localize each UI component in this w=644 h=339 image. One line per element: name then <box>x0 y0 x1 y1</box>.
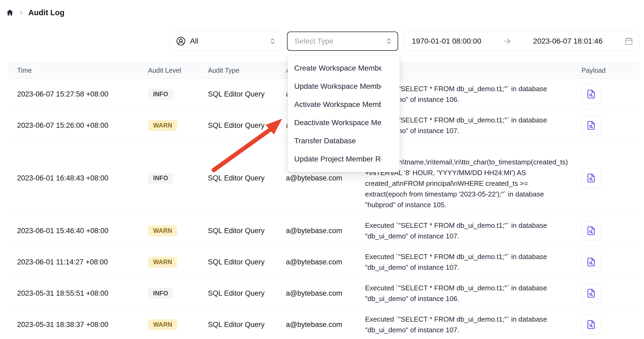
audit-level-badge: WARN <box>148 120 177 131</box>
type-menu-item[interactable]: Deactivate Workspace Member <box>288 114 381 132</box>
row-actor: a@bytebase.com <box>274 289 354 298</box>
payload-button[interactable] <box>581 221 601 240</box>
page-title: Audit Log <box>28 8 64 17</box>
row-time: 2023-06-01 16:48:43 +08:00 <box>8 174 136 182</box>
user-circle-icon <box>176 36 186 46</box>
row-time: 2023-06-07 15:26:00 +08:00 <box>8 121 136 130</box>
chevrons-up-down-icon <box>385 38 392 45</box>
file-search-icon <box>586 121 596 130</box>
type-menu-item[interactable]: Transfer Database <box>288 132 381 150</box>
row-payload <box>573 168 640 188</box>
arrow-right-icon <box>503 37 511 45</box>
row-time: 2023-05-31 18:38:37 +08:00 <box>8 321 136 329</box>
audit-level-badge: INFO <box>148 173 173 184</box>
header-time: Time <box>8 67 136 74</box>
table-row: 2023-05-31 18:38:37 +08:00 WARN SQL Edit… <box>8 309 640 339</box>
date-range-end: 2023-06-07 18:01:46 <box>533 37 603 45</box>
row-payload <box>573 116 640 135</box>
row-audit-type: SQL Editor Query <box>196 289 274 298</box>
row-audit-level: INFO <box>136 288 196 299</box>
row-audit-type: SQL Editor Query <box>196 121 274 130</box>
audit-level-badge: WARN <box>148 225 177 236</box>
table-row: 2023-06-01 15:46:40 +08:00 WARN SQL Edit… <box>8 215 640 246</box>
table-row: 2023-05-31 18:55:51 +08:00 INFO SQL Edit… <box>8 278 640 309</box>
file-search-icon <box>586 226 596 236</box>
row-time: 2023-06-01 15:46:40 +08:00 <box>8 227 136 235</box>
row-actor: a@bytebase.com <box>274 321 354 329</box>
audit-level-badge: INFO <box>148 89 173 100</box>
row-comment: Executed `"SELECT * FROM db_ui_demo.t1;"… <box>354 215 573 246</box>
header-audit-type: Audit Type <box>196 67 274 74</box>
audit-level-badge: WARN <box>148 319 177 330</box>
payload-button[interactable] <box>581 168 601 188</box>
table-row: 2023-06-01 11:14:27 +08:00 WARN SQL Edit… <box>8 246 640 278</box>
file-search-icon <box>586 288 596 298</box>
row-time: 2023-05-31 18:55:51 +08:00 <box>8 289 136 298</box>
row-audit-level: WARN <box>136 319 196 330</box>
row-audit-type: SQL Editor Query <box>196 174 274 182</box>
row-audit-type: SQL Editor Query <box>196 90 274 98</box>
file-search-icon <box>586 173 596 183</box>
row-audit-level: INFO <box>136 173 196 184</box>
home-icon[interactable] <box>6 9 14 17</box>
audit-level-badge: INFO <box>148 288 173 299</box>
row-time: 2023-06-07 15:27:58 +08:00 <box>8 90 136 98</box>
file-search-icon <box>586 257 596 267</box>
row-audit-type: SQL Editor Query <box>196 227 274 235</box>
payload-button[interactable] <box>581 315 601 334</box>
row-audit-level: WARN <box>136 225 196 236</box>
row-actor: a@bytebase.com <box>274 227 354 235</box>
actor-filter-select[interactable]: All <box>170 32 282 51</box>
type-menu-item[interactable]: Create Workspace Member <box>288 59 381 77</box>
chevrons-up-down-icon <box>269 38 276 45</box>
row-audit-type: SQL Editor Query <box>196 258 274 266</box>
payload-button[interactable] <box>581 284 601 303</box>
audit-level-badge: WARN <box>148 257 177 268</box>
type-dropdown-menu: Create Workspace Member Update Workspace… <box>288 55 400 172</box>
filter-bar: All Select Type 1970-01-01 08:00:00 2023… <box>0 32 640 51</box>
file-search-icon <box>586 89 596 99</box>
row-comment: Executed `"SELECT * FROM db_ui_demo.t1;"… <box>354 246 573 278</box>
row-comment: Executed `"SELECT * FROM db_ui_demo.t1;"… <box>354 309 573 339</box>
date-range-picker[interactable]: 1970-01-01 08:00:00 2023-06-07 18:01:46 <box>404 32 640 51</box>
header-payload: Payload <box>573 67 640 74</box>
chevron-right-icon <box>18 10 24 16</box>
date-range-start: 1970-01-01 08:00:00 <box>412 37 481 45</box>
type-menu-item[interactable]: Update Project Member Role <box>288 150 381 168</box>
row-comment: Executed `"SELECT * FROM db_ui_demo.t1;"… <box>354 278 573 309</box>
file-search-icon <box>586 320 596 329</box>
type-menu-item[interactable]: Activate Workspace Member <box>288 95 381 114</box>
row-audit-type: SQL Editor Query <box>196 321 274 329</box>
row-actor: a@bytebase.com <box>274 258 354 266</box>
calendar-icon <box>624 37 633 45</box>
row-payload <box>573 284 640 303</box>
payload-button[interactable] <box>581 252 601 272</box>
row-payload <box>573 315 640 334</box>
actor-filter-value: All <box>190 37 198 45</box>
header-audit-level: Audit Level <box>136 67 196 74</box>
row-audit-level: INFO <box>136 89 196 100</box>
row-payload <box>573 84 640 104</box>
payload-button[interactable] <box>581 84 601 104</box>
breadcrumb: Audit Log <box>6 6 64 19</box>
type-filter-select[interactable]: Select Type <box>287 32 398 51</box>
audit-log-page: Audit Log All Select Type 1970-01-01 08:… <box>0 0 644 339</box>
type-menu-item[interactable]: Update Workspace Member <box>288 77 381 95</box>
payload-button[interactable] <box>581 116 601 135</box>
row-time: 2023-06-01 11:14:27 +08:00 <box>8 258 136 266</box>
row-payload <box>573 221 640 240</box>
row-audit-level: WARN <box>136 120 196 131</box>
row-payload <box>573 252 640 272</box>
type-filter-placeholder: Select Type <box>294 37 333 45</box>
row-audit-level: WARN <box>136 257 196 268</box>
row-actor: a@bytebase.com <box>274 174 354 182</box>
